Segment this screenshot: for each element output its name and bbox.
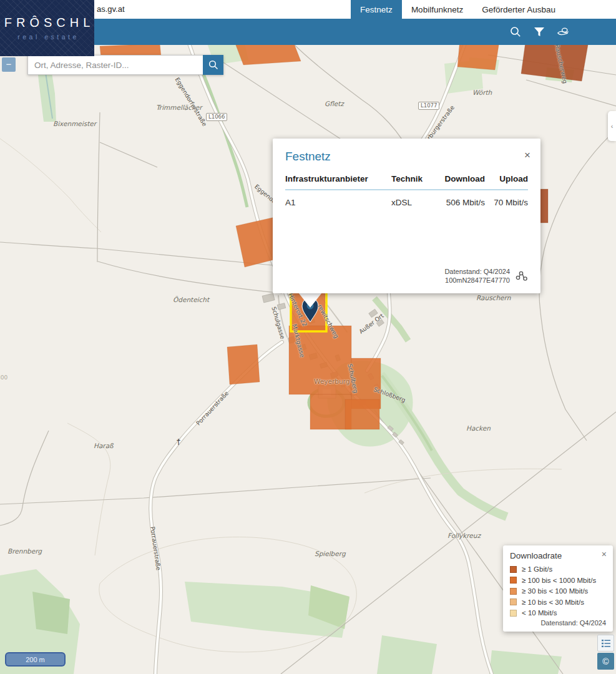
legend-items: ≥ 1 Gbit/s ≥ 100 bis < 1000 Mbit/s ≥ 30 … — [510, 565, 606, 617]
popup-title: Festnetz — [285, 150, 528, 164]
map-label: Wörth — [472, 89, 492, 96]
road-badge: L1066 — [206, 113, 227, 121]
legend-title: Downloadrate — [510, 551, 606, 560]
legend-label: ≥ 30 bis < 100 Mbit/s — [522, 587, 588, 595]
site-url: as.gv.at — [97, 4, 125, 14]
copyright-button[interactable]: © — [597, 653, 614, 670]
map-label: Rauschern — [476, 294, 511, 301]
legend-swatch — [510, 588, 517, 595]
legend-close-icon[interactable]: × — [602, 549, 607, 559]
popup-close-icon[interactable]: × — [524, 151, 530, 160]
table-header-row: Infrastrukturanbieter Technik Download U… — [285, 174, 528, 183]
search-input[interactable] — [27, 55, 203, 75]
map-corner-buttons: © — [597, 635, 614, 670]
tab-mobilfunknetz[interactable]: Mobilfunknetz — [402, 0, 472, 19]
list-icon — [601, 638, 611, 648]
map-label-contour: 300 — [0, 374, 7, 381]
map-label: Brennberg — [7, 547, 42, 555]
legend-panel: Downloadrate × ≥ 1 Gbit/s ≥ 100 bis < 10… — [503, 545, 613, 632]
search-button[interactable] — [203, 55, 223, 75]
table-row: A1 xDSL 506 Mbit/s 70 Mbit/s — [285, 198, 528, 207]
feedback-hand-icon[interactable] — [556, 25, 570, 39]
filter-icon[interactable] — [532, 25, 546, 39]
table-divider — [285, 189, 528, 190]
download-cell: 506 Mbit/s — [435, 198, 485, 207]
road-badge: L1077 — [418, 102, 439, 110]
popup-footer: Datenstand: Q4/2024 100mN28477E47770 — [285, 267, 528, 287]
legend-item: ≥ 1 Gbit/s — [510, 565, 606, 573]
festnetz-table: Infrastrukturanbieter Technik Download U… — [285, 174, 528, 207]
data-status: Datenstand: Q4/2024 — [444, 267, 510, 276]
popup-callout-arrow — [298, 293, 322, 308]
legend-label: ≥ 10 bis < 30 Mbit/s — [522, 598, 584, 606]
zoom-out-button[interactable]: − — [2, 57, 16, 72]
share-icon[interactable] — [516, 270, 528, 282]
legend-label: ≥ 100 bis < 1000 Mbit/s — [522, 577, 596, 584]
tab-festnetz[interactable]: Festnetz — [351, 0, 402, 19]
search-bar — [27, 55, 223, 75]
legend-item: ≥ 30 bis < 100 Mbit/s — [510, 587, 606, 595]
column-header: Download — [435, 174, 485, 183]
nav-icons — [509, 19, 570, 45]
column-header: Infrastrukturanbieter — [285, 174, 391, 183]
column-header: Technik — [391, 174, 435, 183]
scale-bar[interactable]: 200 m — [5, 652, 66, 667]
legend-toggle-button[interactable] — [597, 635, 614, 652]
collapse-panel-tab[interactable]: ‹ — [608, 111, 616, 141]
logo-title: FRÔSCHL — [0, 16, 94, 30]
legend-item: ≥ 10 bis < 30 Mbit/s — [510, 598, 606, 606]
main-tabs: Festnetz Mobilfunknetz Geförderter Ausba… — [351, 0, 565, 19]
legend-label: < 10 Mbit/s — [522, 609, 557, 617]
legend-item: ≥ 100 bis < 1000 Mbit/s — [510, 577, 606, 584]
legend-swatch — [510, 610, 517, 617]
legend-swatch — [510, 598, 517, 605]
festnetz-popup: Festnetz × Infrastrukturanbieter Technik… — [273, 139, 540, 293]
magnifier-icon — [208, 60, 218, 70]
map-label: Spielberg — [315, 550, 346, 557]
search-icon[interactable] — [509, 25, 522, 39]
legend-swatch — [510, 577, 517, 584]
legend-label: ≥ 1 Gbit/s — [522, 565, 552, 573]
map-label: Bixenmeister — [53, 120, 96, 127]
wayside-cross-icon: † — [177, 437, 180, 446]
tab-gefoerderter-ausbau[interactable]: Geförderter Ausbau — [472, 0, 565, 19]
upload-cell: 70 Mbit/s — [485, 198, 528, 207]
raster-id: 100mN28477E47770 — [444, 276, 510, 285]
legend-item: < 10 Mbit/s — [510, 609, 606, 617]
map-label: Weyerburg — [314, 378, 350, 385]
froeschl-logo: FRÔSCHL real estate — [0, 0, 94, 56]
map-label: Hacken — [466, 424, 491, 432]
popup-meta: Datenstand: Q4/2024 100mN28477E47770 — [444, 267, 510, 285]
broadband-atlas-app: Bixenmeister Trimmelläcker Gfletz Wörth … — [0, 0, 616, 674]
logo-subtitle: real estate — [15, 33, 79, 41]
column-header: Upload — [485, 174, 528, 183]
map-label: Follykreuz — [447, 532, 481, 539]
legend-data-status: Datenstand: Q4/2024 — [540, 619, 606, 627]
map-label: Haraß — [94, 442, 114, 449]
technik-cell: xDSL — [391, 198, 435, 207]
map-label: Ödenteicht — [173, 296, 209, 303]
legend-swatch — [510, 566, 517, 573]
provider-cell: A1 — [285, 198, 391, 207]
map-label: Gfletz — [325, 100, 344, 107]
